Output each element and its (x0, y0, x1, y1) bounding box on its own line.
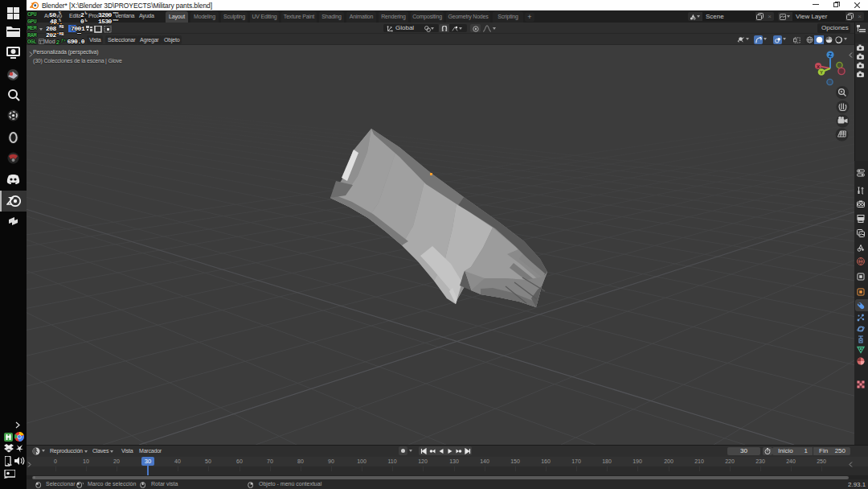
svg-text:Y: Y (820, 70, 823, 75)
svg-text:X: X (817, 64, 820, 69)
svg-text:Z: Z (829, 52, 832, 58)
